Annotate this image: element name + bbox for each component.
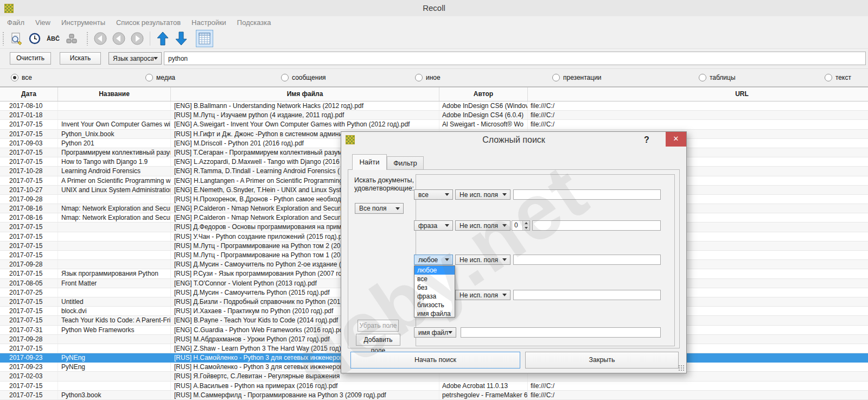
page-up-icon[interactable] <box>154 30 171 47</box>
table-row[interactable]: 2017-08-10[ENG] B.Ballmann - Understandi… <box>0 101 868 111</box>
cell-c-url: file:///C:/ <box>528 382 868 390</box>
spinner-down-icon[interactable] <box>523 226 529 231</box>
table-row[interactable]: 2017-07-15[RUS] А.Васильев - Python на п… <box>0 382 868 391</box>
search-button[interactable]: Искать <box>60 52 101 65</box>
cell-c-title: Python Web Frameworks <box>58 326 171 334</box>
category-radio-1[interactable]: медиа <box>145 74 175 81</box>
cell-c-auth: Al Sweigart - Microsoft® Wo <box>439 120 528 129</box>
cell-c-date: 2017-08-16 <box>0 213 58 222</box>
close-button[interactable]: Закрыть <box>525 352 679 369</box>
circle-right-arrow-icon <box>130 31 144 46</box>
dropdown-option-0[interactable]: любое <box>414 266 455 275</box>
category-radio-5[interactable]: таблицы <box>699 74 736 81</box>
clause5-type-select[interactable]: имя файла <box>414 327 456 338</box>
table-row[interactable]: 2017-07-15Invent Your Own Computer Games… <box>0 120 868 129</box>
column-header-0[interactable]: Дата <box>0 87 58 101</box>
toolbar-grip[interactable] <box>2 31 4 46</box>
table-row[interactable]: 2017-02-03[RUS] Я.Гойвертс, С.Левитан - … <box>0 372 868 381</box>
chevron-down-icon <box>154 57 158 60</box>
nav-forward-icon[interactable] <box>129 30 146 47</box>
clause3-text-input[interactable] <box>513 255 661 265</box>
cell-c-title <box>58 288 171 297</box>
nav-first-icon[interactable] <box>92 30 109 47</box>
tab-find[interactable]: Найти <box>352 154 387 170</box>
clause2-text-input[interactable] <box>532 220 661 231</box>
clause1-fields-select[interactable]: Не исп. поля <box>455 189 510 200</box>
start-search-button[interactable]: Начать поиск <box>350 352 520 369</box>
clause2-slack-spinner[interactable]: 0 <box>512 220 530 231</box>
help-button[interactable]: ? <box>639 134 655 147</box>
table-row[interactable]: 2017-01-18[RUS] М.Лутц - Изучаем python … <box>0 111 868 120</box>
cell-c-date: 2017-09-03 <box>0 139 58 148</box>
menu-item-0[interactable]: Файл <box>5 18 26 27</box>
clear-button[interactable]: Очистить <box>10 52 51 65</box>
query-mode-select[interactable]: Язык запроса <box>108 52 162 65</box>
history-clock-icon[interactable] <box>26 30 43 47</box>
close-icon[interactable]: ✕ <box>666 132 686 147</box>
menu-item-1[interactable]: View <box>34 18 52 27</box>
column-header-4[interactable]: URL <box>528 87 868 101</box>
category-radio-2[interactable]: сообщения <box>281 74 326 81</box>
dropdown-option-2[interactable]: без <box>414 283 455 292</box>
window-title: Recoll <box>0 0 868 16</box>
chevron-down-icon <box>445 258 449 261</box>
dialog-title: Сложный поиск <box>341 132 686 148</box>
sort-params-icon[interactable] <box>63 30 80 47</box>
category-radio-0[interactable]: все <box>11 74 32 81</box>
table-view-icon[interactable] <box>196 30 213 47</box>
clause3-type-select[interactable]: любое <box>414 255 453 265</box>
table-row[interactable]: 2017-07-15Python3.book[RUS] М.Саммерфилд… <box>0 391 868 400</box>
clause5-text-input[interactable] <box>461 327 661 338</box>
blue-up-arrow-icon <box>156 31 169 46</box>
category-radio-3[interactable]: иное <box>415 74 441 81</box>
dialog-title-bar[interactable]: Сложный поиск ? ✕ <box>341 132 686 148</box>
spell-abc-icon[interactable]: ÅBĈ <box>44 30 62 47</box>
radio-label: презентации <box>563 74 602 81</box>
cell-c-date: 2017-09-23 <box>0 363 58 371</box>
preview-search-icon[interactable] <box>8 30 25 47</box>
spinner-up-icon[interactable] <box>523 221 529 226</box>
cell-c-file: [ENG] B.Ballmann - Understanding Network… <box>171 101 439 110</box>
clause2-type-select[interactable]: фраза <box>414 220 453 231</box>
clause4-fields-select[interactable]: Не исп. поля <box>455 290 510 300</box>
dropdown-option-3[interactable]: фраза <box>414 292 455 301</box>
chevron-down-icon <box>502 193 507 196</box>
cell-c-title: Python_Unix.book <box>58 130 171 138</box>
toolbar-separator <box>150 31 150 46</box>
cell-c-date: 2017-07-15 <box>0 316 58 325</box>
radio-circle-icon <box>11 74 18 81</box>
cell-c-title: PyNEng <box>58 363 171 371</box>
menu-item-5[interactable]: Подсказка <box>235 18 273 27</box>
menu-item-3[interactable]: Список результатов <box>114 18 182 27</box>
column-header-3[interactable]: Автор <box>439 87 528 101</box>
cell-c-url: file:///C:/ <box>528 120 868 129</box>
dropdown-option-5[interactable]: имя файла <box>414 309 455 318</box>
page-down-icon[interactable] <box>173 30 190 47</box>
clause1-type-select[interactable]: все <box>414 189 453 200</box>
column-header-2[interactable]: Имя файла <box>171 87 439 101</box>
menu-item-2[interactable]: Инструменты <box>60 18 107 27</box>
remove-field-button[interactable]: Убрать поле <box>358 320 399 332</box>
menu-item-4[interactable]: Настройки <box>190 18 228 27</box>
add-field-button[interactable]: Добавить поле <box>356 334 400 346</box>
column-header-1[interactable]: Название <box>58 87 171 101</box>
category-radio-6[interactable]: текст <box>825 74 851 81</box>
radio-circle-icon <box>825 74 832 81</box>
tab-filter[interactable]: Фильтр <box>387 156 424 170</box>
cell-c-title <box>58 251 171 259</box>
toolbar-grip-2[interactable] <box>86 31 88 46</box>
all-fields-select[interactable]: Все поля <box>355 203 404 214</box>
category-radio-4[interactable]: презентации <box>552 74 602 81</box>
dropdown-option-1[interactable]: все <box>414 275 455 283</box>
document-magnifier-icon <box>10 32 23 45</box>
cell-c-title: Teach Your Kids to Code: A Parent-Friend… <box>58 316 171 325</box>
resize-grip[interactable] <box>678 365 685 371</box>
nav-back-icon[interactable] <box>110 30 127 47</box>
dropdown-option-4[interactable]: близость <box>414 301 455 309</box>
clause1-text-input[interactable] <box>513 189 661 200</box>
clause4-text-input[interactable] <box>513 290 661 300</box>
clause3-fields-select[interactable]: Не исп. поля <box>455 255 510 265</box>
clause2-fields-select[interactable]: Не исп. поля <box>455 220 510 231</box>
search-input[interactable] <box>164 52 866 65</box>
clause5-type-value: имя файла <box>414 329 448 336</box>
